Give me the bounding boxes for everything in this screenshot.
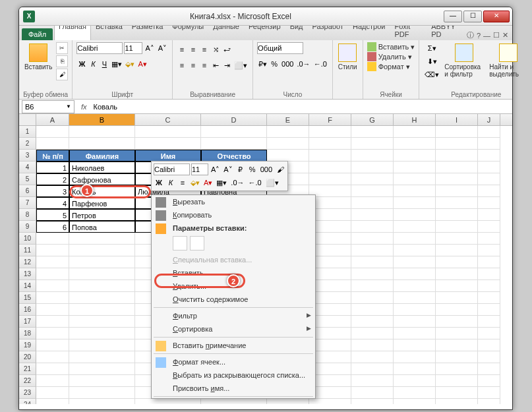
font-size-select[interactable] xyxy=(124,42,142,54)
mini-grow[interactable]: A˄ xyxy=(210,163,221,175)
cell[interactable] xyxy=(309,126,351,138)
cell[interactable] xyxy=(436,150,478,162)
ctx--[interactable]: Выбрать из раскрывающегося списка... xyxy=(152,368,315,382)
row-header-3[interactable]: 3 xyxy=(19,150,36,162)
cell[interactable] xyxy=(267,126,309,138)
row-header-13[interactable]: 13 xyxy=(19,268,36,280)
cell[interactable] xyxy=(478,304,500,316)
cell[interactable] xyxy=(36,292,69,304)
row-header-16[interactable]: 16 xyxy=(19,304,36,316)
cell[interactable] xyxy=(351,339,394,351)
cell[interactable] xyxy=(478,126,500,138)
bold-button[interactable]: Ж xyxy=(76,58,87,70)
cell[interactable] xyxy=(69,268,135,280)
cell[interactable] xyxy=(478,197,500,209)
row-header-24[interactable]: 24 xyxy=(19,399,36,404)
delete-cells[interactable]: Удалить▾ xyxy=(367,52,415,61)
mini-merge[interactable]: ⬜▾ xyxy=(264,177,280,189)
align-bottom[interactable]: ≡ xyxy=(199,44,210,55)
cell[interactable] xyxy=(69,328,135,339)
row-header-21[interactable]: 21 xyxy=(19,363,36,375)
indent-inc[interactable]: ⇥ xyxy=(222,59,232,71)
row-header-7[interactable]: 7 xyxy=(19,197,36,209)
cell[interactable] xyxy=(478,162,500,173)
table-cell[interactable]: 5 xyxy=(36,209,69,221)
cell[interactable] xyxy=(351,363,394,375)
mini-shrink[interactable]: A˅ xyxy=(222,163,233,175)
cell[interactable] xyxy=(394,245,436,256)
cell[interactable] xyxy=(69,138,135,150)
paste-option[interactable] xyxy=(190,236,204,250)
cell[interactable] xyxy=(436,233,478,245)
cell[interactable] xyxy=(351,399,394,404)
select-all-corner[interactable] xyxy=(19,114,36,125)
doc-close-icon[interactable]: ✕ xyxy=(502,31,508,40)
cell[interactable] xyxy=(351,126,394,138)
cell[interactable] xyxy=(36,245,69,256)
cell[interactable] xyxy=(478,280,500,292)
align-left[interactable]: ≡ xyxy=(177,59,187,71)
cell[interactable] xyxy=(436,399,478,404)
cell[interactable] xyxy=(351,328,394,339)
cell[interactable] xyxy=(309,399,351,404)
cell[interactable] xyxy=(394,138,436,150)
cell[interactable] xyxy=(135,126,201,138)
ribbon-minimize-icon[interactable]: ⓘ xyxy=(467,30,474,40)
cell[interactable] xyxy=(36,351,69,363)
cell[interactable] xyxy=(436,197,478,209)
row-header-23[interactable]: 23 xyxy=(19,387,36,399)
cell[interactable] xyxy=(36,387,69,399)
mini-currency[interactable]: ₽ xyxy=(235,163,246,175)
table-cell[interactable]: 1 xyxy=(36,162,69,173)
table-cell[interactable]: Николаев xyxy=(69,162,135,173)
table-cell[interactable]: 6 xyxy=(36,221,69,233)
cell[interactable] xyxy=(394,197,436,209)
cell[interactable] xyxy=(394,268,436,280)
cell[interactable] xyxy=(351,280,394,292)
row-header-4[interactable]: 4 xyxy=(19,162,36,173)
cell[interactable] xyxy=(478,173,500,185)
cell[interactable] xyxy=(351,292,394,304)
row-header-15[interactable]: 15 xyxy=(19,292,36,304)
close-button[interactable]: ✕ xyxy=(483,11,510,22)
cell[interactable] xyxy=(69,233,135,245)
comma-button[interactable]: 000 xyxy=(280,58,295,70)
col-header-G[interactable]: G xyxy=(351,114,394,125)
cell[interactable] xyxy=(351,351,394,363)
mini-comma[interactable]: 000 xyxy=(259,163,274,175)
row-header-5[interactable]: 5 xyxy=(19,173,36,185)
mini-border[interactable]: ▦▾ xyxy=(215,177,228,189)
cell[interactable] xyxy=(394,363,436,375)
cell[interactable] xyxy=(394,233,436,245)
ctx--[interactable]: Копировать xyxy=(152,208,315,221)
cell[interactable] xyxy=(36,375,69,387)
table-cell[interactable]: Сафронова xyxy=(69,173,135,185)
cell[interactable] xyxy=(69,387,135,399)
cell[interactable] xyxy=(436,185,478,197)
cell[interactable] xyxy=(478,351,500,363)
cell[interactable] xyxy=(351,268,394,280)
format-cells[interactable]: Формат▾ xyxy=(367,62,415,71)
grow-font[interactable]: A˄ xyxy=(144,42,155,54)
cell[interactable] xyxy=(351,221,394,233)
cell[interactable] xyxy=(478,221,500,233)
name-box[interactable]: B6▼ xyxy=(22,100,74,113)
col-header-F[interactable]: F xyxy=(309,114,351,125)
col-header-I[interactable]: I xyxy=(436,114,478,125)
cell[interactable] xyxy=(36,256,69,268)
align-center[interactable]: ≡ xyxy=(188,59,198,71)
orientation[interactable]: ⤭ xyxy=(210,44,221,55)
font-color-button[interactable]: A▾ xyxy=(136,58,148,70)
row-header-18[interactable]: 18 xyxy=(19,328,36,339)
insert-cells[interactable]: Вставить▾ xyxy=(367,42,415,51)
table-header[interactable]: Отчество xyxy=(201,150,267,162)
cell[interactable] xyxy=(309,138,351,150)
table-header[interactable]: Фамилия xyxy=(69,150,135,162)
cell[interactable] xyxy=(69,280,135,292)
dec-decimal[interactable]: ←.0 xyxy=(312,58,328,70)
autosum[interactable]: Σ▾ xyxy=(423,42,440,54)
cell[interactable] xyxy=(267,150,309,162)
number-format-select[interactable] xyxy=(257,42,303,54)
italic-button[interactable]: К xyxy=(88,58,98,70)
cell[interactable] xyxy=(36,233,69,245)
